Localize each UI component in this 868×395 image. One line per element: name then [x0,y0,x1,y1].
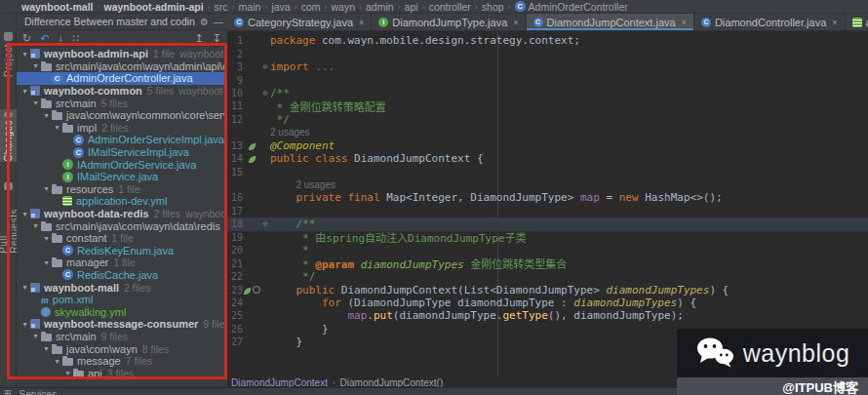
tree-row[interactable]: ▾src\main\java\com\wayn\data\redis2 file… [17,219,227,232]
breadcrumb-segment[interactable]: wayn [331,1,355,13]
breadcrumb-segment[interactable]: admin [366,1,394,13]
project-icon [4,32,13,41]
folder-icon [73,371,84,378]
editor-tabbar: CCategoryStrategy.java×IDiamondJumpType.… [227,14,868,31]
spring-bean-icon[interactable] [248,141,256,150]
sidebar-item-changes[interactable]: Changes [0,109,17,162]
sidebar-item-pull-requests[interactable]: Pull Requests [0,179,17,254]
chevron-down-icon[interactable]: ▾ [31,99,40,107]
tree-row[interactable]: ▾impl2 files [17,122,227,135]
close-icon[interactable]: × [359,18,364,27]
tree-row[interactable]: CIMailServiceImpl.java [17,146,227,159]
fold-marker-icon[interactable]: ⊖ [260,89,270,98]
chevron-down-icon[interactable]: ▾ [53,123,61,132]
breadcrumb: waynboot-mall›waynboot-admin-api›src›mai… [0,0,868,14]
tab-diamondjumptype-java[interactable]: IDiamondJumpType.java× [372,14,526,30]
chevron-down-icon[interactable]: ▾ [20,283,29,292]
breadcrumb-segment[interactable]: waynboot-admin-api [104,1,204,13]
close-icon[interactable]: × [513,18,518,27]
fold-marker-icon[interactable]: ⊖ [260,62,270,71]
tree-row[interactable]: ▾api3 files [17,367,227,379]
tree-row[interactable]: ▾src\main5 files [17,97,227,109]
tree-row[interactable]: IIMailService.java [17,171,227,183]
tree-row[interactable]: ▾message7 files [17,355,227,368]
tab-diamondcontroller-java[interactable]: CDiamondController.java× [694,14,846,30]
iface-icon: I [62,159,73,170]
breadcrumb-member[interactable]: DiamondJumpContext() [340,377,444,387]
chevron-down-icon[interactable]: ▾ [42,344,51,353]
refresh-icon[interactable]: ↻ [22,33,31,44]
status-bar-item[interactable]: Services [20,389,57,395]
usages-inlay[interactable]: 2 usages [227,178,868,191]
chevron-down-icon[interactable]: ▾ [42,234,51,243]
tree-node-label: RedisKeyEnum.java [77,245,174,257]
chevron-down-icon[interactable]: ▾ [20,210,29,218]
breadcrumb-segment[interactable]: java [271,1,290,13]
tree-node-path: waynboot-data\wayn [185,208,227,219]
override-marker-icon[interactable] [253,286,260,294]
sidebar-item-project[interactable]: Project [0,29,17,80]
tree-row[interactable]: ▾constant1 file [17,232,227,245]
expand-all-icon[interactable]: ↥ [195,33,204,44]
group-by-icon[interactable]: ∷ [72,33,79,44]
tool-window-label: Project [3,44,14,77]
collapse-all-icon[interactable]: ↧ [213,33,221,44]
download-icon[interactable]: ↓ [58,32,63,44]
tab-application-yml[interactable]: application.yml× [846,14,868,30]
chevron-down-icon[interactable]: ▾ [20,87,29,96]
tree-row[interactable]: ▾java\com\wayn\common\core\service\shop [17,109,227,122]
chevron-down-icon[interactable]: ▾ [31,61,40,70]
breadcrumb-segment[interactable]: api [405,1,418,13]
spring-bean-icon[interactable] [243,286,252,295]
breadcrumb-class[interactable]: DiamondJumpContext [231,377,328,387]
tree-row[interactable]: CRedisKeyEnum.java [17,245,227,257]
chevron-down-icon[interactable]: ▾ [31,221,40,230]
chevron-down-icon[interactable]: ▾ [42,111,51,120]
tool-windows-icon[interactable]: ⊞ [4,389,12,395]
tree-row[interactable]: CRedisCache.java [17,269,227,282]
rollback-icon[interactable]: ↶ [40,33,49,44]
spring-bean-icon[interactable] [248,154,256,163]
tree-row[interactable]: ▾java\com\wayn8 files [17,342,227,355]
breadcrumb-segment[interactable]: shop [482,1,504,13]
folder-icon [41,63,52,71]
tab-categorystrategy-java[interactable]: CCategoryStrategy.java× [227,14,372,30]
tree-row[interactable]: CAdminOrderController.java [17,72,227,85]
tree-row[interactable]: mpom.xml [17,294,227,306]
tree-row[interactable]: ▾resources1 file [17,183,227,196]
tree-row[interactable]: ▾waynboot-admin-api1 filewaynboot-admin-… [17,48,227,60]
breadcrumb-segment[interactable]: waynboot-mall [21,1,94,13]
breadcrumb-segment[interactable]: controller [429,1,471,13]
chevron-down-icon[interactable]: ▾ [42,184,51,193]
breadcrumb-segment[interactable]: com [301,1,321,13]
close-icon[interactable]: × [682,18,687,27]
module-icon [30,283,40,293]
code-viewport[interactable]: 1package com.wayn.mobile.design.strategy… [227,32,868,377]
gear-icon[interactable]: ⚙ [200,17,209,27]
chevron-down-icon[interactable]: ▾ [63,369,72,377]
chevron-down-icon[interactable]: ▾ [31,332,40,340]
tree-row[interactable]: application-dev.yml [17,195,227,208]
close-icon[interactable]: × [832,18,837,27]
breadcrumb-segment[interactable]: src [215,1,228,13]
tree-row[interactable]: ▾waynboot-common5 fileswaynboot-common [17,85,227,98]
tree-row[interactable]: ▾manager1 file [17,257,227,269]
tree-row[interactable]: ▾waynboot-message-consumer9 fileswaynboo… [17,318,227,331]
usages-inlay[interactable]: 2 usages [227,126,868,138]
hide-icon[interactable]: — [214,17,223,27]
tab-diamondjumpcontext-java[interactable]: CDiamondJumpContext.java× [527,14,694,30]
chevron-down-icon[interactable]: ▾ [53,357,61,366]
tree-row[interactable]: ▾src\main9 files [17,331,227,343]
breadcrumb-segment[interactable]: main [239,1,261,13]
tree-row[interactable]: ▾src\main\java\com\wayn\admin\api\contro… [17,60,227,73]
breadcrumb-segment[interactable]: CAdminOrderController [515,1,628,13]
tree-row[interactable]: ▾waynboot-mall2 files [17,281,227,294]
tree-row[interactable]: ▾waynboot-data-redis2 fileswaynboot-data… [17,208,227,220]
tree-row[interactable]: skywalking.yml [17,305,227,318]
tree-row[interactable]: IIAdminOrderService.java [17,158,227,171]
chevron-down-icon[interactable]: ▾ [42,258,51,267]
fold-marker-icon[interactable]: ⊖ [260,219,270,228]
chevron-down-icon[interactable]: ▾ [20,50,29,59]
chevron-down-icon[interactable]: ▾ [20,320,29,329]
tree-row[interactable]: CAdminOrderServiceImpl.java [17,134,227,146]
